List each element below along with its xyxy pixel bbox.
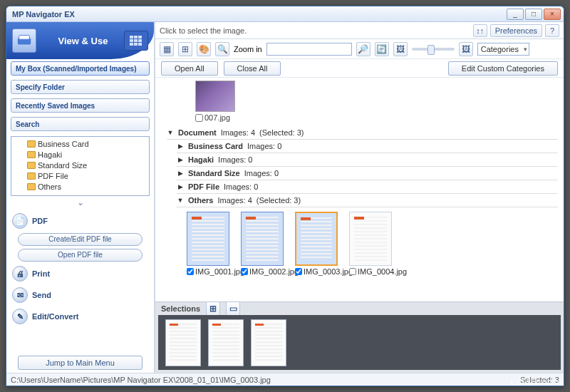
close-button[interactable]: × bbox=[544, 9, 561, 20]
selection-thumb[interactable] bbox=[208, 319, 244, 366]
categories-dropdown[interactable]: Categories bbox=[477, 43, 529, 56]
folder-icon bbox=[27, 183, 36, 190]
titlebar[interactable]: MP Navigator EX _ □ × bbox=[6, 6, 564, 22]
edit-categories-button[interactable]: Edit Custom Categories bbox=[448, 61, 558, 76]
top-toolbar: Click to select the image. ↕↑ Preference… bbox=[155, 22, 564, 39]
status-bar: C:\Users\UserName\Pictures\MP Navigator … bbox=[6, 373, 564, 386]
svg-rect-3 bbox=[130, 36, 133, 38]
disclosure-triangle-icon[interactable]: ▶ bbox=[177, 143, 184, 150]
nav-my-box[interactable]: My Box (Scanned/Imported Images) bbox=[11, 61, 150, 76]
view-large-icon[interactable]: ▦ bbox=[160, 42, 174, 56]
close-all-button[interactable]: Close All bbox=[224, 61, 281, 76]
zoom-in-icon[interactable]: 🔍 bbox=[215, 42, 229, 56]
group-header[interactable]: ▶Standard SizeImages: 0 bbox=[177, 167, 558, 180]
scanner-icon bbox=[12, 29, 36, 53]
search-go-icon[interactable]: 🔎 bbox=[356, 42, 370, 56]
tree-item[interactable]: Business Card bbox=[14, 138, 146, 149]
svg-rect-11 bbox=[138, 43, 142, 46]
print-section[interactable]: 🖨 Print bbox=[6, 263, 154, 284]
maximize-button[interactable]: □ bbox=[525, 9, 542, 20]
nav-recently-saved[interactable]: Recently Saved Images bbox=[11, 98, 150, 113]
folder-icon bbox=[27, 140, 36, 148]
selections-label: Selections bbox=[161, 304, 200, 313]
open-all-button[interactable]: Open All bbox=[161, 61, 218, 76]
thumbnail-card[interactable]: IMG_0001.jpg bbox=[187, 212, 232, 276]
print-icon: 🖨 bbox=[12, 266, 28, 282]
preferences-button[interactable]: Preferences bbox=[490, 24, 542, 37]
nav-specify-folder[interactable]: Specify Folder bbox=[11, 80, 150, 94]
folder-tree[interactable]: Business Card Hagaki Standard Size PDF F… bbox=[11, 136, 150, 196]
thumb-checkbox[interactable] bbox=[187, 268, 194, 275]
sidebar-header: View & Use bbox=[6, 22, 154, 59]
selections-panel: Selections ⊞ ▭ bbox=[155, 301, 564, 373]
view-toolbar: ▦ ⊞ 🎨 🔍 Zoom in 🔎 🔄 🖼 🖼 Categories bbox=[155, 39, 564, 59]
selections-strip[interactable] bbox=[158, 315, 561, 370]
tree-item[interactable]: PDF File bbox=[14, 170, 146, 181]
disclosure-triangle-icon[interactable]: ▼ bbox=[167, 129, 174, 136]
thumb-checkbox[interactable] bbox=[241, 268, 248, 275]
thumbnail-caption: 007.jpg bbox=[195, 113, 238, 122]
group-header-others[interactable]: ▼OthersImages: 4(Selected: 3) bbox=[177, 194, 558, 207]
jump-main-menu-button[interactable]: Jump to Main Menu bbox=[18, 356, 142, 370]
svg-rect-6 bbox=[130, 39, 133, 42]
refresh-icon[interactable]: 🔄 bbox=[375, 42, 389, 56]
open-pdf-button[interactable]: Open PDF file bbox=[18, 249, 142, 262]
edit-convert-section[interactable]: ✎ Edit/Convert bbox=[6, 306, 154, 327]
selection-clear-icon[interactable]: ▭ bbox=[226, 301, 240, 316]
pdf-icon: 📄 bbox=[12, 213, 28, 229]
group-header[interactable]: ▶HagakiImages: 0 bbox=[177, 153, 558, 167]
thumbnail-size-slider[interactable] bbox=[412, 48, 455, 51]
tree-item[interactable]: Standard Size bbox=[14, 160, 146, 170]
window-title: MP Navigator EX bbox=[9, 10, 75, 19]
thumb-checkbox[interactable] bbox=[195, 114, 203, 122]
thumb-checkbox[interactable] bbox=[295, 268, 302, 275]
disclosure-triangle-icon[interactable]: ▶ bbox=[177, 156, 184, 163]
grid-mode-icon[interactable] bbox=[124, 31, 148, 51]
palette-icon[interactable]: 🎨 bbox=[197, 42, 211, 56]
search-input[interactable] bbox=[266, 43, 352, 56]
help-button[interactable]: ? bbox=[545, 24, 559, 37]
minimize-button[interactable]: _ bbox=[507, 9, 524, 20]
nav-search[interactable]: Search bbox=[11, 117, 150, 131]
thumbnail-row: IMG_0001.jpg IMG_0002.jpg IMG_0003.jpg I… bbox=[177, 207, 558, 279]
image-large-icon: 🖼 bbox=[459, 42, 473, 56]
folder-icon bbox=[27, 162, 36, 169]
collapse-chevron-icon[interactable]: ⌄ bbox=[6, 197, 154, 207]
sidebar: View & Use My Box (Scanned/Imported Imag… bbox=[6, 22, 155, 373]
svg-rect-5 bbox=[138, 36, 142, 38]
group-action-bar: Open All Close All Edit Custom Categorie… bbox=[155, 59, 564, 78]
selection-grid-icon[interactable]: ⊞ bbox=[206, 301, 220, 316]
image-small-icon: 🖼 bbox=[393, 42, 408, 56]
create-pdf-button[interactable]: Create/Edit PDF file bbox=[18, 233, 142, 246]
svg-rect-10 bbox=[134, 43, 138, 46]
view-use-label: View & Use bbox=[42, 36, 124, 46]
content-area: Click to select the image. ↕↑ Preference… bbox=[155, 22, 564, 373]
thumbnail[interactable] bbox=[195, 81, 235, 112]
disclosure-triangle-icon[interactable]: ▼ bbox=[177, 197, 184, 204]
pdf-section: 📄 PDF bbox=[6, 210, 154, 232]
group-header-document[interactable]: ▼ Document Images: 4 (Selected: 3) bbox=[167, 126, 558, 140]
svg-rect-9 bbox=[130, 43, 133, 46]
disclosure-triangle-icon[interactable]: ▶ bbox=[177, 183, 184, 190]
disclosure-triangle-icon[interactable]: ▶ bbox=[177, 170, 184, 177]
tree-item[interactable]: Hagaki bbox=[14, 149, 146, 160]
thumbnail-card-active[interactable]: IMG_0003.jpg bbox=[295, 212, 341, 276]
send-section[interactable]: ✉ Send bbox=[6, 284, 154, 306]
tree-item[interactable]: Others bbox=[14, 181, 146, 192]
sort-toggle-icon[interactable]: ↕↑ bbox=[473, 24, 487, 37]
folder-icon bbox=[27, 172, 36, 180]
thumb-checkbox[interactable] bbox=[349, 268, 356, 275]
toolbar-hint: Click to select the image. bbox=[160, 26, 247, 35]
send-icon: ✉ bbox=[12, 287, 28, 303]
svg-rect-7 bbox=[134, 39, 138, 42]
thumbnail-card[interactable]: IMG_0004.jpg bbox=[349, 212, 395, 276]
thumbnail-card[interactable]: IMG_0002.jpg bbox=[241, 212, 286, 276]
view-small-icon[interactable]: ⊞ bbox=[178, 42, 192, 56]
selection-thumb[interactable] bbox=[165, 319, 201, 366]
selection-thumb[interactable] bbox=[251, 319, 286, 366]
zoom-in-label: Zoom in bbox=[234, 45, 262, 53]
group-header[interactable]: ▶Business CardImages: 0 bbox=[177, 140, 558, 153]
folder-icon bbox=[27, 151, 36, 158]
group-header[interactable]: ▶PDF FileImages: 0 bbox=[177, 180, 558, 194]
image-list[interactable]: 007.jpg ▼ Document Images: 4 (Selected: … bbox=[155, 78, 564, 301]
